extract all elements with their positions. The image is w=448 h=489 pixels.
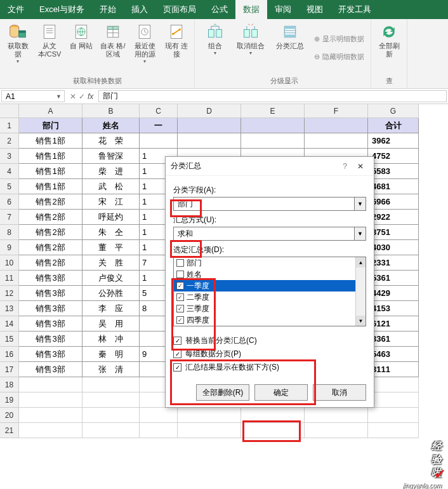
row-header[interactable]: 11 <box>0 271 19 286</box>
cell[interactable]: 4752 <box>368 149 419 164</box>
cell[interactable]: 3361 <box>368 332 419 347</box>
cell[interactable] <box>178 133 241 149</box>
subtotal-button[interactable]: 分类汇总 <box>271 20 309 75</box>
tab-insert[interactable]: 插入 <box>124 0 155 19</box>
cell[interactable]: 宋 江 <box>82 194 140 210</box>
cell[interactable]: 销售3部 <box>19 332 82 347</box>
tab-view[interactable]: 视图 <box>299 0 331 19</box>
cell[interactable]: 销售3部 <box>19 286 82 301</box>
field-select[interactable]: 部门 ▼ <box>173 197 366 211</box>
cell[interactable]: 3962 <box>368 133 419 149</box>
tab-formula[interactable]: 公式 <box>204 0 235 19</box>
row-header[interactable]: 20 <box>0 408 19 423</box>
below-checkbox[interactable]: ✓ 汇总结果显示在数据下方(S) <box>173 362 366 373</box>
close-icon[interactable]: ✕ <box>352 162 369 171</box>
cell[interactable]: 张 清 <box>82 362 140 377</box>
scroll-up-icon[interactable]: ▲ <box>356 257 366 267</box>
list-item[interactable]: ✓一季度 <box>174 280 355 291</box>
cell[interactable]: 4153 <box>368 301 419 316</box>
cell[interactable] <box>19 408 82 423</box>
cell[interactable]: 5583 <box>368 164 419 179</box>
page-checkbox[interactable]: ✓ 每组数据分页(P) <box>173 349 366 359</box>
tab-layout[interactable]: 页面布局 <box>155 0 204 19</box>
cell[interactable]: 销售3部 <box>19 316 82 332</box>
tab-data[interactable]: 数据 <box>235 0 267 19</box>
cell[interactable]: 一 <box>140 118 178 133</box>
cell[interactable]: 公孙胜 <box>82 286 140 301</box>
cell[interactable]: 4681 <box>368 179 419 194</box>
formula-bar[interactable]: 部门 <box>98 90 447 102</box>
ok-button[interactable]: 确定 <box>254 384 308 401</box>
cell[interactable] <box>82 377 140 392</box>
cell[interactable] <box>241 133 305 149</box>
cell[interactable]: 呼延灼 <box>82 210 140 225</box>
row-header[interactable]: 14 <box>0 316 19 332</box>
tab-start[interactable]: 开始 <box>92 0 124 19</box>
cell[interactable]: 关 胜 <box>82 255 140 271</box>
cell[interactable] <box>19 423 82 438</box>
cell[interactable]: 姓名 <box>82 118 140 133</box>
column-header[interactable]: B <box>82 104 140 118</box>
tab-dev[interactable]: 开发工具 <box>331 0 379 19</box>
cell[interactable] <box>19 392 82 408</box>
row-header[interactable]: 9 <box>0 240 19 255</box>
cell[interactable]: 4429 <box>368 286 419 301</box>
cell[interactable]: 3751 <box>368 225 419 240</box>
cell[interactable]: 销售1部 <box>19 133 82 149</box>
column-header[interactable]: E <box>241 104 305 118</box>
cell[interactable] <box>241 423 305 438</box>
hide-detail-button[interactable]: ⊖隐藏明细数据 <box>314 49 364 64</box>
tab-excel[interactable]: Excel与财务 <box>32 0 92 19</box>
row-header[interactable]: 15 <box>0 332 19 347</box>
get-data-button[interactable]: 获取数 据▾ <box>3 20 33 75</box>
remove-all-button[interactable]: 全部删除(R) <box>196 384 249 401</box>
row-header[interactable]: 16 <box>0 347 19 362</box>
select-all-corner[interactable] <box>0 104 19 118</box>
cell[interactable]: 销售2部 <box>19 194 82 210</box>
cell[interactable]: 李 应 <box>82 301 140 316</box>
existing-conn-button[interactable]: 现有 连接 <box>161 20 192 75</box>
chevron-down-icon[interactable]: ▼ <box>354 198 366 210</box>
cell[interactable] <box>178 118 241 133</box>
cell[interactable]: 武 松 <box>82 179 140 194</box>
cell[interactable]: 销售2部 <box>19 240 82 255</box>
row-header[interactable]: 13 <box>0 301 19 316</box>
cancel-button[interactable]: 取消 <box>313 384 366 401</box>
from-web-button[interactable]: 自 网站 <box>66 20 96 75</box>
cell[interactable]: 销售2部 <box>19 225 82 240</box>
cell[interactable]: 董 平 <box>82 240 140 255</box>
cell[interactable] <box>178 408 241 423</box>
cell[interactable] <box>140 423 178 438</box>
cell[interactable]: 部门 <box>19 118 82 133</box>
cell[interactable]: 销售3部 <box>19 347 82 362</box>
cell[interactable]: 3111 <box>368 362 419 377</box>
cell[interactable]: 销售1部 <box>19 164 82 179</box>
help-icon[interactable]: ? <box>338 162 352 171</box>
cell[interactable] <box>368 377 419 392</box>
show-detail-button[interactable]: ⊕显示明细数据 <box>314 31 364 46</box>
row-header[interactable]: 21 <box>0 423 19 438</box>
row-header[interactable]: 3 <box>0 149 19 164</box>
cell[interactable] <box>305 118 368 133</box>
cell[interactable] <box>368 423 419 438</box>
refresh-all-button[interactable]: 全部刷新 <box>374 20 404 75</box>
cell[interactable]: 销售3部 <box>19 271 82 286</box>
accept-formula-icon[interactable]: ✓ <box>79 92 85 101</box>
cell[interactable]: 柴 进 <box>82 164 140 179</box>
row-header[interactable]: 10 <box>0 255 19 271</box>
cell[interactable]: 吴 用 <box>82 316 140 332</box>
ungroup-button[interactable]: 取消组合▾ <box>232 20 270 75</box>
cell[interactable]: 6966 <box>368 194 419 210</box>
cell[interactable]: 销售3部 <box>19 362 82 377</box>
cell[interactable] <box>82 423 140 438</box>
cell[interactable]: 朱 仝 <box>82 225 140 240</box>
fx-icon[interactable]: fx <box>88 92 93 101</box>
cell[interactable]: 销售2部 <box>19 255 82 271</box>
row-header[interactable]: 2 <box>0 133 19 149</box>
column-header[interactable]: G <box>368 104 419 118</box>
cell[interactable]: 林 冲 <box>82 332 140 347</box>
chevron-down-icon[interactable]: ▼ <box>56 93 62 100</box>
cell[interactable]: 4030 <box>368 240 419 255</box>
cell[interactable]: 2922 <box>368 210 419 225</box>
cell[interactable]: 5463 <box>368 347 419 362</box>
